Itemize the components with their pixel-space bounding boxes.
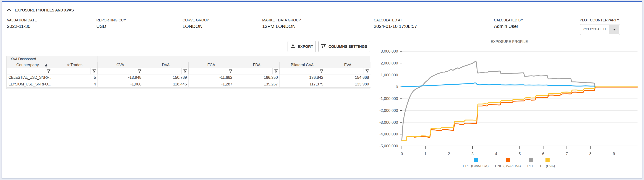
svg-text:-3,000,000: -3,000,000 bbox=[380, 120, 398, 125]
svg-text:5: 5 bbox=[518, 152, 521, 156]
svg-text:0: 0 bbox=[401, 152, 403, 156]
svg-text:4: 4 bbox=[495, 152, 497, 156]
svg-text:1: 1 bbox=[424, 152, 426, 156]
svg-text:-4,000,000: -4,000,000 bbox=[380, 132, 398, 136]
svg-text:-2,000,000: -2,000,000 bbox=[380, 108, 398, 113]
svg-text:7: 7 bbox=[566, 152, 568, 156]
svg-text:3: 3 bbox=[472, 152, 474, 156]
svg-text:2,000,000: 2,000,000 bbox=[381, 61, 398, 65]
svg-text:9: 9 bbox=[613, 152, 615, 156]
svg-text:2: 2 bbox=[448, 152, 450, 156]
svg-text:6: 6 bbox=[542, 152, 544, 156]
svg-text:-5,000,000: -5,000,000 bbox=[380, 144, 398, 148]
svg-text:-1,000,000: -1,000,000 bbox=[380, 96, 398, 101]
svg-text:1,000,000: 1,000,000 bbox=[381, 73, 398, 77]
svg-text:0: 0 bbox=[396, 85, 398, 89]
svg-text:3,000,000: 3,000,000 bbox=[381, 49, 398, 53]
svg-text:8: 8 bbox=[589, 152, 592, 156]
svg-text:EXPOSURE PROFILE: EXPOSURE PROFILE bbox=[491, 40, 528, 43]
